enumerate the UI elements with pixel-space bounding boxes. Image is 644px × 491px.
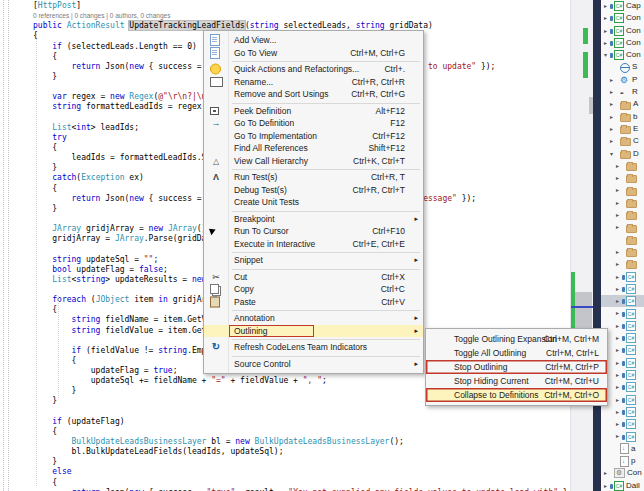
collapsed-arrow-icon[interactable]: ▸ <box>614 184 621 196</box>
collapsed-arrow-icon[interactable]: ▸ <box>608 135 615 147</box>
tree-item[interactable]: ▸ <box>601 295 644 307</box>
tree-item-dail[interactable]: ▸Dail <box>601 480 644 491</box>
collapsed-arrow-icon[interactable]: ▸ <box>614 344 621 356</box>
codelens-indicator[interactable]: 0 references | 0 changes | 0 authors, 0 … <box>0 11 570 21</box>
menu-item-outlining[interactable]: Outlining▸ <box>204 325 423 338</box>
menu-item-annotation[interactable]: Annotation▸ <box>204 312 423 325</box>
collapsed-arrow-icon[interactable]: ▸ <box>614 295 621 307</box>
menu-item-run-to-cursor[interactable]: Run To CursorCtrl+F10 <box>204 225 423 238</box>
tree-item[interactable]: ▸ <box>601 271 644 283</box>
menu-item-add-view[interactable]: Add View... <box>204 34 423 47</box>
submenu-item-stop-outlining[interactable]: Stop OutliningCtrl+M, Ctrl+P <box>426 360 607 374</box>
tree-item[interactable] <box>601 234 644 246</box>
editor-scrollbar[interactable] <box>570 0 594 491</box>
code-line[interactable] <box>0 407 570 417</box>
collapsed-arrow-icon[interactable]: ▸ <box>608 98 615 110</box>
menu-item-paste[interactable]: PasteCtrl+V <box>204 296 423 309</box>
tree-item[interactable]: ▸ <box>601 307 644 319</box>
menu-item-breakpoint[interactable]: Breakpoint▸ <box>204 213 423 226</box>
tree-item-e[interactable]: ▸E <box>601 123 644 135</box>
code-line[interactable]: [HttpPost] <box>0 1 570 11</box>
code-line[interactable]: { <box>0 478 570 488</box>
tree-item[interactable]: ▸ <box>601 418 644 430</box>
tree-item[interactable]: ▸ <box>601 283 644 295</box>
collapsed-arrow-icon[interactable]: ▸ <box>614 307 621 319</box>
collapsed-arrow-icon[interactable]: ▸ <box>614 246 621 258</box>
menu-item-cut[interactable]: CutCtrl+X <box>204 271 423 284</box>
tree-item-a[interactable]: ▸A <box>601 98 644 110</box>
collapsed-arrow-icon[interactable]: ▸ <box>614 394 621 406</box>
expanded-arrow-icon[interactable]: ▾ <box>608 148 615 160</box>
tree-item-r[interactable]: ▸R <box>601 86 644 98</box>
solution-explorer[interactable]: ▸Cap▸Con▸Con▸Con▾ConS▸P▸R▸A▸b▸E▸C▾D▸▸▸▸▸… <box>601 0 644 491</box>
menu-item-create-unit-tests[interactable]: Create Unit Tests <box>204 196 423 209</box>
tree-item[interactable]: ▸ <box>601 221 644 233</box>
tree-item-p[interactable]: ▸P <box>601 74 644 86</box>
tree-item[interactable]: ▸ <box>601 406 644 418</box>
collapsed-arrow-icon[interactable]: ▸ <box>614 418 621 430</box>
menu-item-source-control[interactable]: Source Control▸ <box>204 358 423 371</box>
menu-item-remove-and-sort-usings[interactable]: Remove and Sort UsingsCtrl+R, Ctrl+G <box>204 88 423 101</box>
tree-item-d[interactable]: ▾D <box>601 148 644 160</box>
collapsed-arrow-icon[interactable]: ▸ <box>614 332 621 344</box>
collapsed-arrow-icon[interactable]: ▸ <box>614 430 621 442</box>
menu-item-go-to-view[interactable]: Go To ViewCtrl+M, Ctrl+G <box>204 47 423 60</box>
tree-item[interactable]: ▸ <box>601 197 644 209</box>
menu-item-go-to-definition[interactable]: Go To DefinitionF12 <box>204 117 423 130</box>
menu-item-find-all-references[interactable]: Find All ReferencesShift+F12 <box>204 142 423 155</box>
submenu-item-stop-hiding-current[interactable]: Stop Hiding CurrentCtrl+M, Ctrl+U <box>426 374 607 388</box>
collapsed-arrow-icon[interactable]: ▸ <box>602 25 609 37</box>
tree-item-cap[interactable]: ▸Cap <box>601 0 644 12</box>
code-line[interactable]: bl.BulkUpdateLeadFields(leadIds, updateS… <box>0 447 570 457</box>
collapsed-arrow-icon[interactable]: ▸ <box>608 111 615 123</box>
collapsed-arrow-icon[interactable]: ▸ <box>614 258 621 270</box>
tree-item[interactable]: ▸ <box>601 430 644 442</box>
tree-item-s[interactable]: S <box>601 61 644 73</box>
menu-item-peek-definition[interactable]: Peek DefinitionAlt+F12 <box>204 105 423 118</box>
collapsed-arrow-icon[interactable]: ▸ <box>602 467 609 479</box>
collapsed-arrow-icon[interactable]: ▸ <box>608 123 615 135</box>
menu-item-quick-actions-and-refactorings[interactable]: Quick Actions and Refactorings...Ctrl+. <box>204 63 423 76</box>
collapsed-arrow-icon[interactable]: ▸ <box>614 406 621 418</box>
collapsed-arrow-icon[interactable]: ▸ <box>608 74 615 86</box>
tree-item[interactable]: ▸ <box>601 184 644 196</box>
tree-item-con[interactable]: ▸Con <box>601 37 644 49</box>
collapsed-arrow-icon[interactable]: ▸ <box>614 160 621 172</box>
submenu-item-toggle-outlining-expansion[interactable]: Toggle Outlining ExpansionCtrl+M, Ctrl+M <box>426 332 607 346</box>
tree-item-con[interactable]: ▸Con <box>601 25 644 37</box>
tree-item-con[interactable]: ▸Con <box>601 467 644 479</box>
code-line[interactable]: } <box>0 457 570 467</box>
collapsed-arrow-icon[interactable]: ▸ <box>614 357 621 369</box>
menu-item-snippet[interactable]: Snippet▸ <box>204 254 423 267</box>
panel-divider[interactable] <box>593 0 601 491</box>
submenu-item-toggle-all-outlining[interactable]: Toggle All OutliningCtrl+M, Ctrl+L <box>426 346 607 360</box>
collapsed-arrow-icon[interactable]: ▸ <box>614 197 621 209</box>
tree-item-con[interactable]: ▾Con <box>601 49 644 61</box>
menu-item-refresh-codelens-team-indicators[interactable]: Refresh CodeLens Team Indicators <box>204 341 423 354</box>
tree-item-a[interactable]: a <box>601 443 644 455</box>
menu-item-run-test-s[interactable]: Run Test(s)Ctrl+R, T <box>204 171 423 184</box>
code-line[interactable]: else <box>0 467 570 477</box>
menu-item-view-call-hierarchy[interactable]: View Call HierarchyCtrl+K, Ctrl+T <box>204 155 423 168</box>
menu-item-copy[interactable]: CopyCtrl+C <box>204 283 423 296</box>
collapsed-arrow-icon[interactable]: ▸ <box>614 172 621 184</box>
submenu-item-collapse-to-definitions[interactable]: Collapse to DefinitionsCtrl+M, Ctrl+O <box>426 388 607 402</box>
menu-item-debug-test-s[interactable]: Debug Test(s)Ctrl+R, Ctrl+T <box>204 184 423 197</box>
tree-item-con[interactable]: ▸Con <box>601 12 644 24</box>
collapsed-arrow-icon[interactable]: ▸ <box>614 209 621 221</box>
collapsed-arrow-icon[interactable]: ▸ <box>614 283 621 295</box>
collapsed-arrow-icon[interactable]: ▸ <box>602 37 609 49</box>
tree-item[interactable]: ▸ <box>601 209 644 221</box>
collapsed-arrow-icon[interactable]: ▸ <box>614 320 621 332</box>
tree-item[interactable]: ▸ <box>601 160 644 172</box>
collapsed-arrow-icon[interactable]: ▸ <box>608 86 615 98</box>
menu-item-go-to-implementation[interactable]: Go To ImplementationCtrl+F12 <box>204 130 423 143</box>
collapsed-arrow-icon[interactable]: ▸ <box>602 12 609 24</box>
tree-item-p[interactable]: p <box>601 455 644 467</box>
code-line[interactable]: if (updateFlag) <box>0 417 570 427</box>
tree-item-c[interactable]: ▸C <box>601 135 644 147</box>
tree-item-b[interactable]: ▸b <box>601 111 644 123</box>
collapsed-arrow-icon[interactable]: ▸ <box>614 221 621 233</box>
collapsed-arrow-icon[interactable]: ▸ <box>614 381 621 393</box>
collapsed-arrow-icon[interactable]: ▸ <box>614 271 621 283</box>
